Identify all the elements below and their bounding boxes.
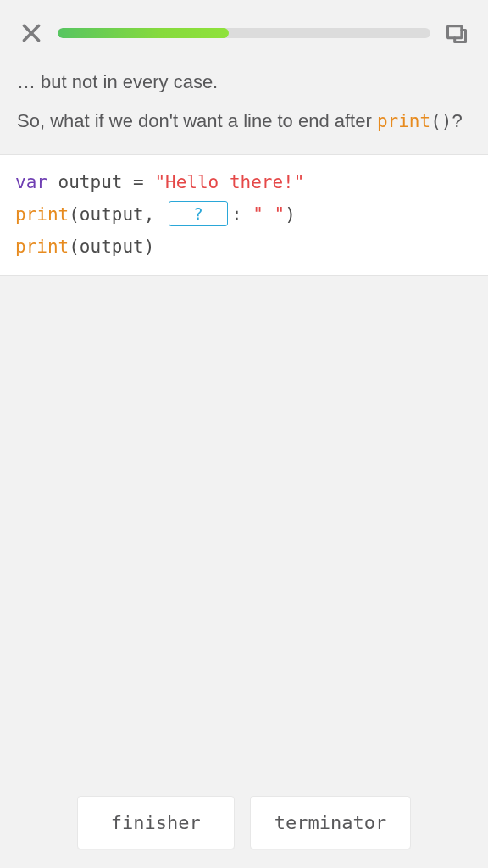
answer-option-terminator[interactable]: terminator [250, 796, 411, 849]
lesson-line-2: So, what if we don't want a line to end … [17, 107, 471, 136]
answer-options: finisher terminator [0, 796, 488, 849]
feedback-icon[interactable] [442, 19, 471, 47]
svg-rect-2 [448, 26, 462, 38]
lesson-text: … but not in every case. So, what if we … [0, 53, 488, 154]
lesson-header [0, 0, 488, 53]
answer-slot[interactable]: ? [169, 201, 228, 226]
close-icon[interactable] [17, 19, 46, 47]
code-block: var output = "Hello there!" print(output… [0, 154, 488, 275]
progress-bar [58, 28, 430, 38]
progress-fill [58, 28, 229, 38]
answer-option-finisher[interactable]: finisher [77, 796, 235, 849]
lesson-line-1: … but not in every case. [17, 68, 471, 97]
